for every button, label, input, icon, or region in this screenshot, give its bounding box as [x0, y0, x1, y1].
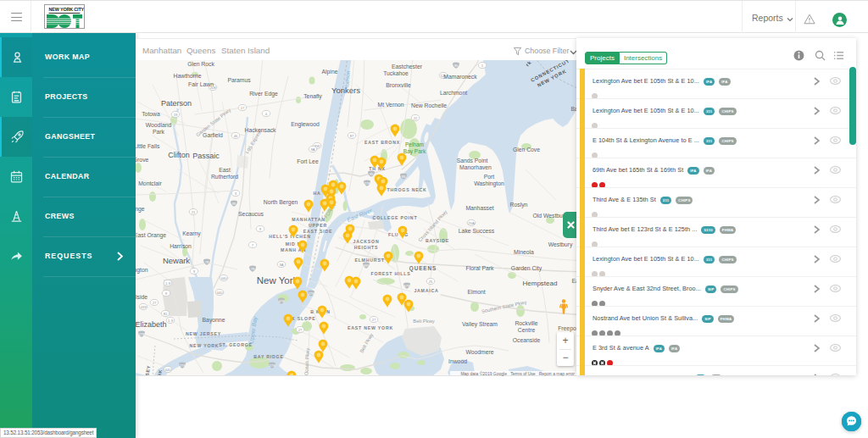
- svg-text:BAYSIDE: BAYSIDE: [426, 238, 449, 243]
- svg-text:278: 278: [309, 291, 315, 296]
- svg-text:22: 22: [414, 116, 418, 120]
- svg-text:Sands Point: Sands Point: [457, 158, 488, 164]
- svg-text:East Orange: East Orange: [136, 232, 166, 239]
- svg-text:River Edge: River Edge: [249, 91, 278, 97]
- svg-text:JAMAICA: JAMAICA: [414, 288, 438, 293]
- svg-text:Elizabeth: Elizabeth: [136, 320, 167, 329]
- svg-text:Freeport: Freeport: [558, 325, 576, 332]
- svg-text:81: 81: [164, 312, 168, 316]
- svg-text:NEW JERSEY: NEW JERSEY: [186, 331, 221, 336]
- svg-text:95: 95: [370, 172, 374, 176]
- svg-text:95: 95: [232, 202, 236, 206]
- svg-text:ELMHURST: ELMHURST: [354, 258, 384, 263]
- svg-text:27: 27: [372, 318, 376, 322]
- svg-text:JACKSON: JACKSON: [353, 239, 380, 244]
- svg-text:278: 278: [364, 181, 371, 186]
- svg-text:Harrison: Harrison: [170, 243, 192, 249]
- svg-text:Mt Vernon: Mt Vernon: [378, 102, 404, 108]
- svg-text:25A: 25A: [468, 221, 475, 225]
- svg-text:Eastchester: Eastchester: [392, 64, 423, 69]
- svg-text:BAY RIDGE: BAY RIDGE: [253, 354, 283, 359]
- svg-text:Lake Success: Lake Success: [459, 228, 495, 234]
- svg-text:Bay Park: Bay Park: [403, 148, 426, 155]
- svg-text:Rockville: Rockville: [515, 320, 537, 326]
- svg-text:Rutherford: Rutherford: [211, 174, 238, 180]
- svg-text:ngton: ngton: [136, 267, 148, 274]
- svg-text:COLLEGE POINT: COLLEGE POINT: [373, 215, 418, 220]
- svg-text:Belt Pkwy: Belt Pkwy: [413, 319, 435, 324]
- svg-text:Park: Park: [153, 129, 165, 135]
- svg-text:Garden City: Garden City: [511, 265, 542, 272]
- svg-text:Port: Port: [484, 174, 495, 180]
- svg-text:Floral Park: Floral Park: [466, 265, 494, 271]
- svg-text:78: 78: [205, 260, 209, 264]
- svg-text:East: East: [219, 167, 231, 173]
- svg-text:Paterson: Paterson: [161, 99, 192, 108]
- svg-text:Centre: Centre: [518, 327, 536, 333]
- svg-text:Alpine: Alpine: [322, 69, 338, 75]
- svg-text:Tuckahoe: Tuckahoe: [383, 70, 409, 76]
- svg-text:21: 21: [192, 210, 196, 214]
- svg-text:Kearny: Kearny: [182, 230, 201, 237]
- svg-text:Paramus: Paramus: [227, 77, 251, 83]
- svg-text:NEW YORK: NEW YORK: [190, 343, 220, 348]
- svg-text:Bayonne: Bayonne: [203, 317, 225, 324]
- svg-text:495: 495: [364, 263, 370, 268]
- svg-text:Hempstead: Hempstead: [523, 280, 558, 287]
- svg-text:278: 278: [270, 363, 276, 368]
- svg-text:278: 278: [139, 332, 146, 336]
- svg-text:Woodland: Woodland: [146, 122, 172, 128]
- svg-text:440: 440: [165, 368, 172, 372]
- svg-text:HELL'S ITCHEN: HELL'S ITCHEN: [269, 234, 310, 239]
- svg-text:Inwood: Inwood: [448, 358, 467, 364]
- svg-text:Montclair: Montclair: [138, 180, 162, 186]
- svg-text:Larchmont: Larchmont: [440, 90, 467, 96]
- svg-text:Fort Lee: Fort Lee: [297, 158, 319, 164]
- svg-text:Washington: Washington: [474, 180, 504, 187]
- svg-text:Glen Rock: Glen Rock: [187, 61, 214, 67]
- svg-text:78: 78: [251, 267, 255, 271]
- svg-text:New Rochelle: New Rochelle: [411, 103, 447, 108]
- svg-text:Totowa: Totowa: [142, 111, 160, 117]
- svg-text:478: 478: [279, 299, 286, 303]
- svg-text:ORK: ORK: [156, 369, 163, 375]
- svg-text:r Grove: r Grove: [136, 157, 149, 163]
- svg-text:9A: 9A: [279, 263, 283, 267]
- svg-text:439: 439: [141, 305, 147, 309]
- svg-text:Mineola: Mineola: [514, 249, 534, 255]
- svg-text:9A: 9A: [310, 147, 314, 152]
- svg-text:Mamaroneck: Mamaroneck: [443, 74, 477, 80]
- svg-text:Fair Lawn: Fair Lawn: [188, 81, 214, 87]
- svg-text:Woodmere: Woodmere: [465, 349, 493, 355]
- svg-text:QUEENS: QUEENS: [409, 265, 437, 272]
- svg-text:HA: HA: [313, 191, 320, 196]
- svg-text:17: 17: [241, 106, 245, 110]
- svg-text:Bronxville: Bronxville: [386, 82, 411, 88]
- svg-text:87: 87: [350, 134, 354, 138]
- svg-text:ange: ange: [136, 206, 145, 213]
- svg-text:HEIGHTS: HEIGHTS: [354, 245, 379, 250]
- svg-text:UPPER: UPPER: [309, 223, 327, 228]
- svg-text:Glen Cove: Glen Cove: [513, 147, 540, 152]
- svg-text:EAST BRONX: EAST BRONX: [364, 140, 400, 145]
- svg-text:Clifton: Clifton: [168, 151, 190, 159]
- svg-text:EAST NEW YORK: EAST NEW YORK: [348, 325, 393, 330]
- svg-text:Garfield: Garfield: [203, 132, 223, 138]
- svg-text:25: 25: [429, 280, 433, 284]
- svg-text:Englewood: Englewood: [291, 121, 320, 128]
- svg-text:Tenafly: Tenafly: [303, 93, 322, 100]
- svg-text:Little Falls: Little Falls: [136, 143, 160, 149]
- svg-text:46: 46: [234, 134, 238, 138]
- svg-text:27: 27: [298, 328, 303, 332]
- svg-text:1-9: 1-9: [168, 319, 174, 323]
- svg-text:Westbury: Westbury: [548, 241, 573, 248]
- svg-text:Roslyn: Roslyn: [510, 202, 528, 208]
- svg-text:Hawthorne: Hawthorne: [174, 73, 202, 79]
- svg-text:Manorhaven: Manorhaven: [459, 164, 492, 170]
- svg-text:Manhasset: Manhasset: [465, 205, 493, 211]
- svg-text:FOREST HILLS: FOREST HILLS: [370, 271, 410, 276]
- svg-text:440: 440: [217, 291, 224, 295]
- svg-text:278: 278: [180, 363, 186, 368]
- svg-text:Elmont: Elmont: [467, 289, 485, 295]
- svg-text:New York: New York: [257, 275, 298, 286]
